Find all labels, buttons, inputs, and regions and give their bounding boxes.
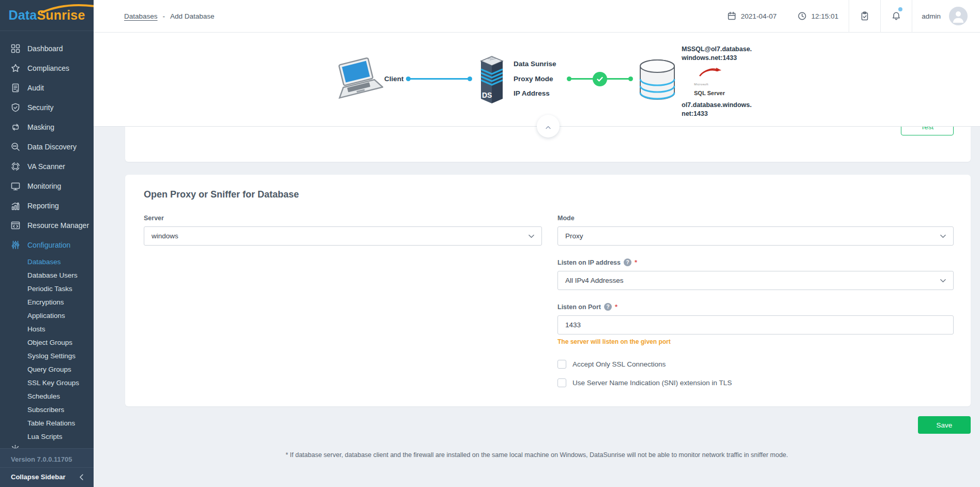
sidebar-subitem-periodic-tasks[interactable]: Periodic Tasks bbox=[0, 282, 94, 295]
dashboard-grid-icon bbox=[11, 44, 20, 53]
bell-icon bbox=[892, 11, 901, 21]
sidebar-item-data-discovery[interactable]: Data Discovery bbox=[0, 137, 94, 157]
sidebar-subitem-query-groups[interactable]: Query Groups bbox=[0, 362, 94, 376]
sidebar-subitem-schedules[interactable]: Schedules bbox=[0, 389, 94, 403]
sni-checkbox-row[interactable]: Use Server Name Indication (SNI) extensi… bbox=[557, 378, 954, 387]
sidebar-subitem-encryptions[interactable]: Encryptions bbox=[0, 295, 94, 309]
datasunrise-logo: DataSunrise bbox=[0, 0, 94, 31]
listen-port-note: The server will listen on the given port bbox=[557, 338, 954, 345]
document-icon bbox=[11, 83, 20, 93]
form-right-column: Mode Proxy Listen on IP address ? * bbox=[557, 215, 954, 387]
main-content: Databases - Add Database 2021-04-07 12:1… bbox=[94, 0, 980, 487]
code-window-icon bbox=[11, 221, 20, 230]
monitor-icon bbox=[11, 181, 20, 191]
datasunrise-app: DataSunrise Dashboard Compliances Audit … bbox=[0, 0, 980, 487]
chevron-left-icon bbox=[78, 474, 85, 481]
notification-dot bbox=[898, 7, 902, 11]
help-icon[interactable]: ? bbox=[624, 258, 631, 266]
sidebar-subitem-syslog-settings[interactable]: Syslog Settings bbox=[0, 349, 94, 362]
user-menu: admin bbox=[912, 7, 980, 25]
breadcrumb-databases-link[interactable]: Databases bbox=[124, 12, 158, 20]
star-icon bbox=[11, 64, 20, 73]
sql-logo-microsoft: Microsoft bbox=[694, 80, 729, 89]
mode-select[interactable]: Proxy bbox=[557, 226, 954, 246]
breadcrumb-current-page: Add Database bbox=[170, 12, 215, 20]
sidebar-subitem-lua-scripts[interactable]: Lua Scripts bbox=[0, 430, 94, 443]
card-title: Open Proxy or Sniffer for Database bbox=[144, 189, 954, 200]
sliders-icon bbox=[11, 240, 20, 250]
sidebar-subitem-hosts[interactable]: Hosts bbox=[0, 322, 94, 336]
listen-ip-label: Listen on IP address bbox=[557, 259, 621, 266]
client-label: Client bbox=[384, 75, 404, 83]
checkbox-unchecked-icon bbox=[557, 360, 566, 369]
save-button[interactable]: Save bbox=[918, 416, 971, 434]
target-instance-line1: MSSQL@ol7.database. bbox=[682, 45, 755, 54]
server-select-value: windows bbox=[152, 232, 178, 240]
listen-ip-select-value: All IPv4 Addresses bbox=[565, 277, 624, 284]
client-proxy-connection-line bbox=[408, 78, 470, 80]
sni-checkbox-label: Use Server Name Indication (SNI) extensi… bbox=[572, 379, 732, 387]
target-instance-line2: windows.net:1433 bbox=[682, 54, 755, 63]
swap-arrows-icon bbox=[11, 123, 20, 132]
required-asterisk: * bbox=[615, 303, 617, 311]
username-label[interactable]: admin bbox=[922, 12, 941, 20]
sidebar-item-label: Audit bbox=[27, 84, 44, 92]
clipboard-check-icon bbox=[860, 11, 869, 21]
sidebar-item-resource-manager[interactable]: Resource Manager bbox=[0, 216, 94, 235]
chevron-down-icon bbox=[529, 234, 534, 238]
collapse-sidebar-button[interactable]: Collapse Sidebar bbox=[0, 467, 94, 487]
time-value: 12:15:01 bbox=[811, 12, 839, 20]
checkbox-unchecked-icon bbox=[557, 378, 566, 387]
sidebar-item-security[interactable]: Security bbox=[0, 98, 94, 117]
sidebar-item-masking[interactable]: Masking bbox=[0, 117, 94, 137]
line-endpoint-dot bbox=[567, 77, 571, 81]
sniffer-mode-footnote: * If database server, database client an… bbox=[94, 451, 980, 459]
collapse-diagram-button[interactable] bbox=[537, 115, 560, 138]
sidebar-subitem-table-relations[interactable]: Table Relations bbox=[0, 416, 94, 430]
sql-server-swirl-icon bbox=[697, 66, 723, 78]
sidebar-subitem-database-users[interactable]: Database Users bbox=[0, 268, 94, 282]
sidebar-item-dashboard[interactable]: Dashboard bbox=[0, 39, 94, 58]
avatar[interactable] bbox=[949, 7, 968, 25]
sidebar-item-label: VA Scanner bbox=[27, 162, 65, 171]
breadcrumb-separator: - bbox=[163, 12, 165, 20]
listen-port-input[interactable] bbox=[557, 315, 954, 334]
line-endpoint-dot bbox=[468, 77, 472, 81]
version-label: Version 7.0.0.11705 bbox=[0, 449, 94, 467]
notifications-button[interactable] bbox=[881, 0, 912, 33]
logo-text-sunrise: Sunrise bbox=[37, 8, 85, 23]
sidebar-item-label: Masking bbox=[27, 123, 54, 131]
sidebar-item-va-scanner[interactable]: VA Scanner bbox=[0, 157, 94, 176]
sidebar-item-label: Data Discovery bbox=[27, 143, 77, 151]
sidebar-item-reporting[interactable]: Reporting bbox=[0, 196, 94, 216]
sidebar-subitem-ssl-key-groups[interactable]: SSL Key Groups bbox=[0, 376, 94, 389]
breadcrumb: Databases - Add Database bbox=[124, 12, 215, 20]
sidebar-item-label: Compliances bbox=[27, 64, 69, 72]
chevron-down-icon bbox=[940, 234, 946, 238]
sidebar-subitem-subscribers[interactable]: Subscribers bbox=[0, 403, 94, 416]
sidebar-footer: Version 7.0.0.11705 Collapse Sidebar bbox=[0, 448, 94, 487]
clock-icon bbox=[797, 11, 807, 21]
tasks-button[interactable] bbox=[849, 0, 880, 33]
sidebar-item-compliances[interactable]: Compliances bbox=[0, 58, 94, 78]
mode-label: Mode bbox=[557, 215, 575, 222]
sidebar-subitem-object-groups[interactable]: Object Groups bbox=[0, 336, 94, 349]
topbar-right: 2021-04-07 12:15:01 admin bbox=[717, 0, 980, 32]
sidebar-item-audit[interactable]: Audit bbox=[0, 78, 94, 98]
server-select[interactable]: windows bbox=[144, 226, 542, 246]
sidebar-subitem-databases[interactable]: Databases bbox=[0, 255, 94, 268]
chevron-down-icon bbox=[940, 279, 946, 283]
sidebar-item-label: Dashboard bbox=[27, 44, 63, 53]
sidebar-item-configuration[interactable]: Configuration bbox=[0, 235, 94, 255]
calendar-icon bbox=[727, 11, 736, 21]
sidebar-item-monitoring[interactable]: Monitoring bbox=[0, 176, 94, 196]
target-icon bbox=[11, 162, 20, 171]
sidebar-subitem-applications[interactable]: Applications bbox=[0, 309, 94, 322]
chevron-up-icon bbox=[544, 124, 552, 132]
listen-ip-select[interactable]: All IPv4 Addresses bbox=[557, 271, 954, 290]
ssl-only-checkbox-label: Accept Only SSL Connections bbox=[572, 360, 666, 368]
ssl-only-checkbox-row[interactable]: Accept Only SSL Connections bbox=[557, 360, 954, 369]
help-icon[interactable]: ? bbox=[604, 303, 612, 311]
person-icon bbox=[949, 7, 968, 25]
test-connection-button[interactable]: Test bbox=[901, 127, 954, 135]
